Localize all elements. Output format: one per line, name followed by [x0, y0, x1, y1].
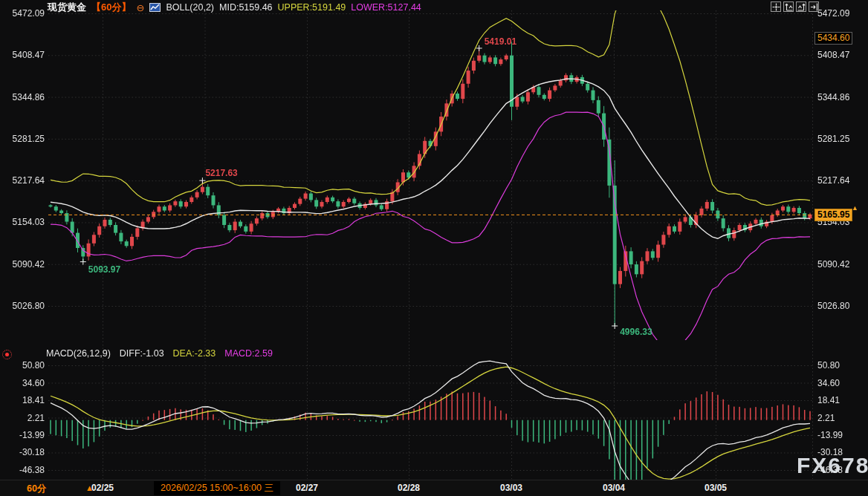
boll-mid-value: MID:5159.46 [219, 2, 273, 13]
macd-macd-value: MACD:2.59 [224, 348, 273, 359]
date-label: 03/03 [500, 483, 522, 493]
annotation-local-low: 5093.97 [88, 264, 120, 275]
macd-axis-label: -46.38 [1, 465, 45, 475]
jump-to-latest-icon[interactable] [809, 1, 819, 12]
price-axis-label: 5408.47 [1, 50, 45, 60]
price-axis-label: 5217.64 [817, 175, 849, 186]
macd-axis-label: -13.99 [1, 430, 45, 440]
pan-icon[interactable] [771, 1, 781, 12]
macd-header: MACD(26,12,9) DIFF:-1.03 DEA:-2.33 MACD:… [46, 348, 273, 359]
chart-header: 现货黄金 【60分】 ⊖ BOLL(20,2) MID:5159.46 UPPE… [48, 1, 421, 14]
macd-axis-label: 2.21 [1, 413, 45, 423]
timeframe-label[interactable]: 60分 [27, 483, 46, 495]
price-axis-label: 5026.80 [1, 301, 45, 311]
date-label: 02/27 [296, 483, 318, 493]
macd-axis-label: -30.18 [1, 447, 45, 457]
macd-axis-label: 18.41 [817, 395, 840, 405]
hovered-candle-info: 2026/02/25 15:00~16:00 三 [154, 481, 280, 495]
price-axis-label: 5344.86 [817, 92, 849, 102]
price-axis-label: 5344.86 [1, 92, 45, 102]
indicator-icon[interactable] [149, 3, 161, 12]
trading-chart-window: 现货黄金 【60分】 ⊖ BOLL(20,2) MID:5159.46 UPPE… [0, 0, 868, 496]
annotation-local-high: 5217.63 [205, 168, 237, 178]
price-axis-label: 5090.42 [1, 259, 45, 270]
chart-toolbar [771, 1, 819, 12]
price-axis-label: 5090.42 [817, 259, 849, 270]
price-axis-label: 5281.25 [1, 134, 45, 144]
price-axis-label: 5026.80 [817, 301, 849, 311]
price-axis-label: 5154.03 [1, 217, 45, 227]
price-axis-label: 5217.64 [1, 175, 45, 186]
collapse-icon[interactable]: ⊖ [136, 3, 144, 13]
date-label: 03/04 [603, 483, 625, 493]
period-label: 【60分】 [91, 1, 131, 14]
price-axis-label: 5472.09 [1, 8, 45, 19]
price-axis-label: 5408.47 [817, 50, 849, 60]
fit-left-axis-icon[interactable] [783, 1, 794, 12]
current-price-tag: 5165.95 [814, 209, 852, 221]
price-chart-canvas[interactable] [0, 0, 868, 496]
date-label: 02/25 [91, 483, 114, 493]
price-axis-label: 5472.09 [817, 8, 849, 19]
annotation-crash-low: 4996.33 [620, 327, 652, 337]
watermark: FX678 [797, 453, 868, 478]
macd-axis-label: 34.60 [1, 378, 45, 388]
macd-diff-value: DIFF:-1.03 [120, 348, 164, 359]
time-axis-bar: 60分 ▲ 2026/02/25 15:00~16:00 三 02/2502/2… [0, 480, 868, 496]
macd-axis-label: 18.41 [1, 395, 45, 405]
fit-right-axis-icon[interactable] [796, 1, 806, 12]
boll-lower-value: LOWER:5127.44 [351, 2, 421, 13]
price-axis-label: 5281.25 [817, 134, 849, 144]
symbol-name: 现货黄金 [48, 1, 86, 14]
macd-axis-label: 50.80 [1, 360, 45, 371]
high-price-tag: 5434.60 [814, 32, 852, 45]
boll-settings-label: BOLL(20,2) [166, 2, 214, 13]
macd-axis-label: 34.60 [817, 378, 840, 388]
price-arrow-icon: ▲ [852, 204, 858, 212]
date-label: 02/28 [398, 483, 420, 493]
annotation-peak-high: 5419.01 [485, 36, 516, 47]
boll-upper-value: UPPER:5191.49 [278, 2, 346, 13]
macd-axis-label: -13.99 [817, 430, 843, 440]
macd-settings-label: MACD(26,12,9) [46, 348, 111, 359]
macd-axis-label: 50.80 [817, 360, 840, 371]
date-label: 03/05 [705, 483, 727, 493]
indicator-marker-icon[interactable] [2, 350, 12, 359]
macd-axis-label: 2.21 [817, 413, 835, 423]
macd-dea-value: DEA:-2.33 [173, 348, 216, 359]
